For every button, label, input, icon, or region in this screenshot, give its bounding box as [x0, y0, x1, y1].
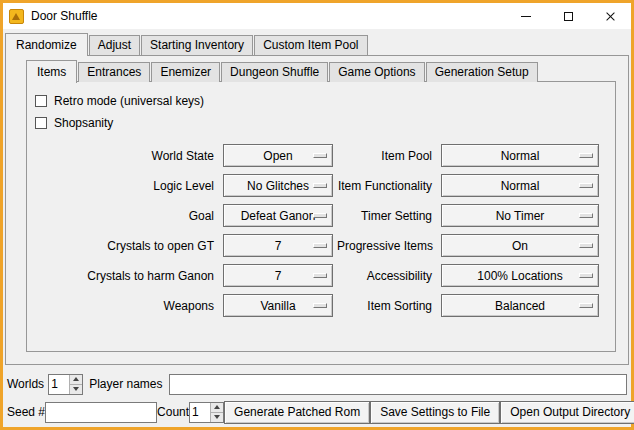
- logic-level-label: Logic Level: [33, 179, 219, 193]
- generate-patched-rom-button[interactable]: Generate Patched Rom: [224, 401, 370, 424]
- dropdown-indicator-icon: [313, 273, 327, 278]
- item-pool-dropdown[interactable]: Normal: [441, 144, 599, 167]
- maximize-icon: [564, 12, 573, 21]
- dropdown-indicator-icon: [313, 183, 327, 188]
- weapons-dropdown[interactable]: Vanilla: [223, 294, 333, 317]
- count-label: Count: [157, 405, 189, 419]
- timer-setting-label: Timer Setting: [337, 209, 437, 223]
- options-grid: World State Open Item Pool Normal Logic …: [33, 144, 615, 317]
- tab-enemizer[interactable]: Enemizer: [151, 62, 220, 82]
- dialog-body: Randomize Adjust Starting Inventory Cust…: [3, 29, 631, 427]
- dropdown-value: No Glitches: [247, 179, 309, 193]
- app-icon: [9, 9, 24, 24]
- dropdown-value: Vanilla: [260, 299, 295, 313]
- minimize-icon: [521, 16, 531, 17]
- item-sorting-dropdown[interactable]: Balanced: [441, 294, 599, 317]
- checkbox-label: Shopsanity: [54, 116, 113, 130]
- window-title: Door Shuffle: [31, 9, 98, 23]
- progressive-items-dropdown[interactable]: On: [441, 234, 599, 257]
- goal-dropdown[interactable]: Defeat Ganon: [223, 204, 333, 227]
- randomize-pane: Items Entrances Enemizer Dungeon Shuffle…: [5, 55, 629, 365]
- titlebar: Door Shuffle: [3, 3, 631, 29]
- checkbox-label: Retro mode (universal keys): [54, 94, 204, 108]
- checkbox-shopsanity[interactable]: Shopsanity: [33, 112, 615, 134]
- dropdown-indicator-icon: [579, 153, 593, 158]
- item-sorting-label: Item Sorting: [337, 299, 437, 313]
- secondary-tabs: Items Entrances Enemizer Dungeon Shuffle…: [26, 60, 616, 82]
- item-functionality-dropdown[interactable]: Normal: [441, 174, 599, 197]
- seed-row: Seed # Count Generate Patched Rom Save S…: [7, 400, 627, 424]
- dropdown-indicator-icon: [579, 183, 593, 188]
- goal-label: Goal: [33, 209, 219, 223]
- close-button[interactable]: [589, 3, 631, 29]
- dropdown-indicator-icon: [313, 303, 327, 308]
- tab-items[interactable]: Items: [26, 60, 77, 83]
- worlds-spinbox: [48, 374, 83, 395]
- item-functionality-label: Item Functionality: [337, 179, 437, 193]
- dropdown-value: Normal: [501, 149, 540, 163]
- dropdown-value: Balanced: [495, 299, 545, 313]
- items-pane: Retro mode (universal keys) Shopsanity W…: [26, 81, 616, 352]
- tab-game-options[interactable]: Game Options: [329, 62, 424, 82]
- checkbox-icon: [35, 95, 47, 107]
- dropdown-value: Open: [263, 149, 292, 163]
- window: Door Shuffle Randomize Adjust Starting I…: [0, 0, 634, 430]
- dropdown-value: 7: [275, 239, 282, 253]
- primary-tabs: Randomize Adjust Starting Inventory Cust…: [5, 33, 629, 55]
- tab-entrances[interactable]: Entrances: [78, 62, 150, 82]
- bottom-bar: Worlds Player names Seed #: [7, 372, 627, 424]
- dropdown-value: 100% Locations: [477, 269, 562, 283]
- checkbox-retro-mode[interactable]: Retro mode (universal keys): [33, 90, 615, 112]
- worlds-input[interactable]: [49, 375, 69, 394]
- count-spinbox: [189, 402, 224, 423]
- minimize-button[interactable]: [505, 3, 547, 29]
- arrow-up-icon: [214, 405, 220, 409]
- secondary-notebook: Items Entrances Enemizer Dungeon Shuffle…: [26, 60, 616, 352]
- accessibility-label: Accessibility: [337, 269, 437, 283]
- dropdown-indicator-icon: [313, 243, 327, 248]
- accessibility-dropdown[interactable]: 100% Locations: [441, 264, 599, 287]
- count-input[interactable]: [190, 403, 210, 422]
- maximize-button[interactable]: [547, 3, 589, 29]
- arrow-down-icon: [73, 387, 79, 391]
- crystals-open-gt-dropdown[interactable]: 7: [223, 234, 333, 257]
- worlds-label: Worlds: [7, 377, 44, 391]
- tab-custom-item-pool[interactable]: Custom Item Pool: [254, 35, 367, 55]
- dropdown-indicator-icon: [579, 303, 593, 308]
- worlds-spin-down-button[interactable]: [70, 384, 82, 394]
- tab-starting-inventory[interactable]: Starting Inventory: [141, 35, 253, 55]
- dropdown-indicator-icon: [313, 213, 327, 218]
- tab-adjust[interactable]: Adjust: [89, 35, 140, 55]
- primary-notebook: Randomize Adjust Starting Inventory Cust…: [5, 33, 629, 365]
- world-state-label: World State: [33, 149, 219, 163]
- count-spin-down-button[interactable]: [211, 412, 223, 422]
- tab-dungeon-shuffle[interactable]: Dungeon Shuffle: [221, 62, 328, 82]
- arrow-up-icon: [73, 377, 79, 381]
- window-controls: [505, 3, 631, 29]
- logic-level-dropdown[interactable]: No Glitches: [223, 174, 333, 197]
- player-names-label: Player names: [89, 377, 162, 391]
- worlds-row: Worlds Player names: [7, 372, 627, 396]
- dropdown-value: On: [512, 239, 528, 253]
- world-state-dropdown[interactable]: Open: [223, 144, 333, 167]
- save-settings-button[interactable]: Save Settings to File: [370, 401, 500, 424]
- crystals-harm-ganon-label: Crystals to harm Ganon: [33, 269, 219, 283]
- dropdown-value: No Timer: [496, 209, 545, 223]
- dropdown-indicator-icon: [579, 243, 593, 248]
- count-spin-up-button[interactable]: [211, 403, 223, 412]
- worlds-spin-up-button[interactable]: [70, 375, 82, 384]
- seed-input[interactable]: [45, 402, 157, 423]
- arrow-down-icon: [214, 415, 220, 419]
- crystals-open-gt-label: Crystals to open GT: [33, 239, 219, 253]
- close-icon: [605, 11, 616, 22]
- dropdown-value: 7: [275, 269, 282, 283]
- tab-generation-setup[interactable]: Generation Setup: [426, 62, 538, 82]
- timer-setting-dropdown[interactable]: No Timer: [441, 204, 599, 227]
- tab-randomize[interactable]: Randomize: [5, 33, 88, 56]
- dropdown-value: Normal: [501, 179, 540, 193]
- dropdown-indicator-icon: [579, 273, 593, 278]
- player-names-input[interactable]: [169, 374, 628, 395]
- weapons-label: Weapons: [33, 299, 219, 313]
- open-output-directory-button[interactable]: Open Output Directory: [500, 401, 634, 424]
- crystals-harm-ganon-dropdown[interactable]: 7: [223, 264, 333, 287]
